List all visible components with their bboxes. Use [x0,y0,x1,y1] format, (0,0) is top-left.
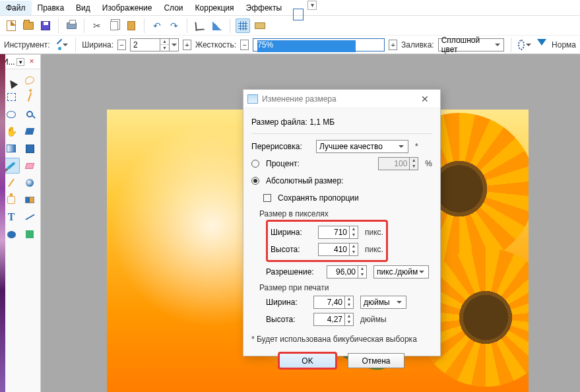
save-button[interactable] [38,18,53,33]
tool-wand[interactable] [21,89,38,105]
spinner-down[interactable]: ▼ [350,232,358,238]
tool-zoom[interactable] [21,106,38,122]
filter-button[interactable] [536,38,548,52]
resolution-input[interactable] [327,266,358,278]
separator [230,18,230,33]
new-file-button[interactable] [4,18,18,33]
document-thumbnail[interactable] [293,9,304,20]
px-height-suffix: пикс. [365,245,383,254]
width-decrease-button[interactable]: − [117,40,126,50]
resolution-unit-value: пикс./дюйм [377,267,418,277]
px-width-input[interactable] [319,226,349,238]
brush-width-input[interactable] [131,39,160,51]
hardness-increase-button[interactable]: + [389,40,397,50]
tool-label: Инструмент: [4,40,50,49]
print-height-input[interactable] [314,313,344,325]
resample-label: Перерисовка: [251,142,312,151]
spinner-down[interactable]: ▼ [345,319,353,325]
open-button[interactable] [21,18,36,33]
px-width-spinner[interactable]: ▲▼ [318,226,358,239]
brush-width-spinner[interactable]: ▲▼ [130,38,179,51]
cut-button[interactable]: ✂ [90,18,104,33]
spinner-up[interactable]: ▲ [350,244,358,249]
paste-button[interactable] [124,18,139,33]
percent-radio[interactable] [251,160,259,168]
separator [75,38,76,52]
menu-edit[interactable]: Правка [32,1,71,15]
spinner-up[interactable]: ▲ [160,39,169,46]
chevron-down-icon [63,42,68,48]
menu-image[interactable]: Изображение [96,1,158,15]
ok-button[interactable]: OK [279,353,336,368]
tool-fill[interactable] [21,123,38,139]
menu-effects[interactable]: Эффекты [240,1,288,15]
rectangle-icon [26,230,34,238]
gear-icon [518,40,525,50]
hardness-slider[interactable]: 75% [253,38,385,51]
resolution-spinner[interactable]: ▲▼ [327,265,367,278]
spinner-down[interactable]: ▼ [345,302,353,308]
spinner-down[interactable]: ▼ [350,249,358,255]
copy-button[interactable] [107,18,121,33]
spinner-up[interactable]: ▲ [345,296,353,302]
px-height-label: Высота: [271,245,314,254]
tool-eraser[interactable] [21,158,38,174]
spinner-down[interactable]: ▼ [160,45,169,51]
footnote-marker: * [415,142,418,151]
redo-button[interactable]: ↷ [167,18,181,33]
pin-button[interactable]: ▾ [16,58,24,66]
tool-color-pick[interactable] [21,141,38,156]
resolution-unit-select[interactable]: пикс./дюйм [373,265,429,278]
print-unit-select[interactable]: дюймы [360,296,406,309]
ruler-toggle[interactable] [253,18,267,33]
chevron-down-icon [419,269,426,275]
settings-button[interactable] [517,38,532,52]
brush-icon [55,40,61,50]
undo-button[interactable]: ↶ [150,18,164,33]
hardness-decrease-button[interactable]: − [240,40,249,50]
resize-button[interactable] [210,18,224,33]
resample-select[interactable]: Лучшее качество [316,140,408,153]
grid-toggle[interactable] [236,18,250,33]
dialog-titlebar[interactable]: Изменение размера ✕ [243,90,440,108]
width-increase-button[interactable]: + [183,40,191,50]
menu-file[interactable]: Файл [0,1,32,15]
absolute-radio[interactable] [251,177,259,185]
crop-button[interactable] [193,18,207,33]
print-height-spinner[interactable]: ▲▼ [313,313,354,326]
print-size-group-title: Размер при печати [259,283,432,292]
print-width-spinner[interactable]: ▲▼ [313,296,354,309]
print-unit-value: дюймы [364,298,390,307]
hardness-label: Жесткость: [195,40,236,49]
spinner-up[interactable]: ▲ [350,226,358,232]
spinner-up[interactable]: ▲ [358,266,366,272]
print-button[interactable] [64,18,79,33]
tool-eyedropper[interactable] [21,175,38,191]
px-height-input[interactable] [319,244,349,255]
current-tool-icon-button[interactable] [54,38,69,52]
menu-adjust[interactable]: Коррекция [189,1,240,15]
tool-shape-rect[interactable] [21,226,38,242]
percent-suffix: % [425,159,432,168]
hardness-value: 75% [257,40,273,49]
cancel-button[interactable]: Отмена [348,353,404,368]
spinner-up[interactable]: ▲ [345,313,353,319]
spinner-down[interactable]: ▼ [358,272,366,278]
px-width-label: Ширина: [271,228,314,237]
close-panel-button[interactable]: × [26,57,38,67]
menu-view[interactable]: Вид [70,1,96,15]
px-height-spinner[interactable]: ▲▼ [318,243,358,256]
chevron-down-icon[interactable] [172,42,178,48]
dialog-close-button[interactable]: ✕ [414,94,436,104]
print-width-input[interactable] [314,296,344,308]
cut-icon: ✂ [93,20,101,31]
thumbnail-menu-button[interactable]: ▾ [307,1,317,10]
fill-type-select[interactable]: Сплошной цвет [438,38,504,51]
eraser-icon [25,163,34,169]
keep-aspect-checkbox[interactable] [263,194,271,202]
tool-lasso[interactable] [21,72,38,88]
eyedropper-icon [26,179,34,187]
menu-layers[interactable]: Слои [158,1,189,15]
tool-recolor[interactable] [21,192,38,208]
tool-line[interactable] [21,209,38,225]
